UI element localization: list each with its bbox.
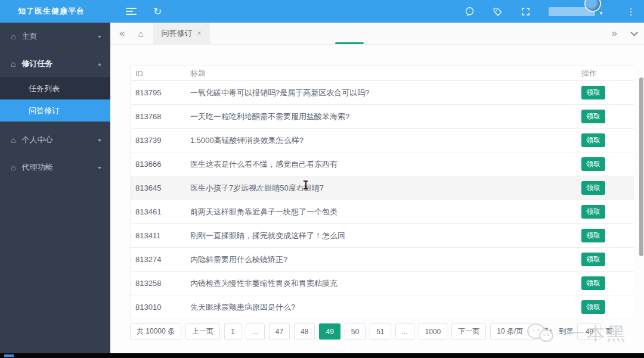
table-row: 813739 1:5000高锰酸钾消炎效果怎么样? 领取: [131, 129, 634, 152]
row-title: 内隐斜需要用什么棱镜矫正?: [190, 254, 581, 265]
sidebar-item-qa-revision[interactable]: 问答修订: [0, 99, 110, 122]
claim-button[interactable]: 领取: [581, 229, 605, 242]
row-title: 医生这表是什么看不懂，感觉自己看东西有: [190, 159, 581, 170]
row-id: 813739: [131, 136, 190, 145]
chevron-down-icon: ▼: [599, 11, 603, 16]
row-title: 内镜检查为慢性非萎缩性胃炎和胃窦粘膜充: [190, 278, 581, 289]
claim-button[interactable]: 领取: [581, 253, 605, 266]
table-row: 813768 一天吃一粒吃利培酮需不需要服用盐酸苯海索? 领取: [131, 105, 634, 129]
sidebar-item-personal-center[interactable]: ⌂ 个人中心 ▼: [0, 126, 110, 154]
row-title: 一氧化碳中毒可以报销吗?是属于高新区农合可以吗?: [190, 88, 581, 98]
tabs-menu-chevron-icon[interactable]: [630, 29, 638, 36]
video-progress-bar: [4, 354, 14, 357]
close-icon[interactable]: ×: [197, 29, 202, 38]
pagination-ellipsis: ...: [395, 323, 414, 340]
row-id: 813461: [131, 207, 190, 216]
row-title: 1:5000高锰酸钾消炎效果怎么样?: [190, 135, 581, 146]
tabs-scroll-left-icon[interactable]: «: [119, 27, 125, 39]
video-letterbox-bar: [0, 353, 644, 358]
qa-table: ID 标题 操作 813795 一氧化碳中毒可以报销吗?是属于高新区农合可以吗?…: [130, 66, 634, 319]
topbar-left: ↻: [110, 7, 162, 17]
sidebar-item-agent-functions[interactable]: ⌂ 代理功能 ▼: [0, 154, 110, 181]
topbar: ↻ ▼ ⋮: [110, 0, 644, 23]
sidebar-item-label: 主页: [21, 31, 37, 42]
tabs-scroll-right-icon[interactable]: »: [612, 27, 617, 39]
column-header-id: ID: [131, 69, 190, 78]
pagination-ellipsis: ...: [246, 323, 265, 340]
fullscreen-icon[interactable]: [521, 7, 531, 17]
collapse-sidebar-icon[interactable]: [126, 8, 137, 15]
chevron-down-icon: ▼: [97, 165, 103, 170]
tabbar: « ⌂ 问答修订 × »: [110, 23, 644, 45]
row-id: 813010: [131, 303, 190, 312]
tab-qa-revision[interactable]: 问答修订 ×: [153, 23, 210, 45]
sidebar-item-revision-tasks[interactable]: ⌂ 修订任务 ▲: [0, 50, 110, 77]
page-size-label: 10 条/页: [497, 326, 523, 337]
claim-button[interactable]: 领取: [581, 110, 605, 123]
claim-button[interactable]: 领取: [581, 300, 605, 314]
row-title: 一天吃一粒吃利培酮需不需要服用盐酸苯海索?: [190, 111, 581, 122]
sidebar-item-home[interactable]: ⌂ 主页 ▼: [0, 23, 110, 50]
more-menu-icon[interactable]: ⋮: [626, 6, 636, 17]
home-tab-icon[interactable]: ⌂: [138, 29, 143, 39]
pagination-page-active[interactable]: 49: [319, 323, 340, 340]
sidebar-item-task-list[interactable]: 任务列表: [0, 77, 110, 99]
chevron-down-icon: ▼: [97, 138, 103, 142]
claim-button[interactable]: 领取: [581, 157, 605, 171]
table-row: 813274 内隐斜需要用什么棱镜矫正? 领取: [131, 248, 634, 272]
row-title: 医生小孩子7岁远视左眼睛50度右眼睛7: [190, 183, 581, 194]
row-title: 刚刚一直揉眼睛，揉完就变成这样了！怎么回: [190, 231, 581, 241]
sidebar-item-label: 任务列表: [29, 83, 60, 94]
watermark: 一本黑: [527, 322, 627, 346]
sidebar-item-label: 个人中心: [21, 135, 52, 145]
home-icon: ⌂: [11, 32, 16, 41]
row-id: 813274: [131, 255, 190, 264]
wechat-logo-icon: [527, 322, 558, 346]
table-row: 813010 先天眼球震颤患病原因是什么? 领取: [131, 295, 634, 319]
table-header: ID 标题 操作: [131, 66, 634, 81]
pagination-next-button[interactable]: 下一页: [451, 323, 486, 340]
watermark-text: 一本黑: [566, 322, 627, 346]
row-title: 前两天这样眼角靠近鼻子一块想了一个包类: [190, 207, 581, 217]
column-header-action: 操作: [581, 68, 634, 79]
home-icon: ⌂: [11, 135, 16, 145]
tab-label: 问答修订: [162, 28, 193, 39]
home-icon: ⌂: [11, 163, 16, 172]
claim-button[interactable]: 领取: [581, 276, 605, 290]
topbar-right: ▼ ⋮: [465, 0, 644, 23]
vertical-scrollbar-thumb[interactable]: [639, 77, 643, 256]
pagination-page[interactable]: 48: [294, 323, 315, 340]
table-row: 813666 医生这表是什么看不懂，感觉自己看东西有 领取: [131, 152, 634, 176]
chevron-down-icon: ▼: [97, 34, 103, 39]
row-id: 813795: [131, 88, 190, 97]
home-icon: ⌂: [11, 59, 16, 69]
refresh-icon[interactable]: ↻: [153, 7, 162, 17]
pagination-total: 共 10000 条: [130, 323, 181, 340]
pagination-page[interactable]: 50: [345, 323, 366, 340]
sidebar-submenu: 任务列表 问答修订: [0, 77, 110, 122]
claim-button[interactable]: 领取: [581, 133, 605, 147]
progress-indicator: [335, 42, 364, 44]
pagination-page[interactable]: 1: [224, 323, 242, 340]
main-content: ID 标题 操作 813795 一氧化碳中毒可以报销吗?是属于高新区农合可以吗?…: [110, 45, 644, 353]
claim-button[interactable]: 领取: [581, 181, 605, 195]
pagination-prev-button[interactable]: 上一页: [185, 323, 220, 340]
row-id: 813258: [131, 279, 190, 288]
row-id: 813768: [131, 112, 190, 121]
pagination-page[interactable]: 1000: [419, 323, 448, 340]
column-header-title: 标题: [190, 68, 581, 79]
table-row: 813795 一氧化碳中毒可以报销吗?是属于高新区农合可以吗? 领取: [131, 81, 634, 105]
text-cursor-icon: [303, 180, 308, 189]
row-title: 先天眼球震颤患病原因是什么?: [190, 302, 581, 313]
tabbar-right: »: [612, 27, 644, 39]
message-icon[interactable]: [465, 7, 475, 17]
sidebar-item-label: 问答修订: [29, 105, 60, 116]
tag-icon[interactable]: [493, 7, 503, 17]
pagination-page[interactable]: 51: [370, 323, 391, 340]
user-account-area[interactable]: ▼: [549, 0, 608, 23]
sidebar: 知了医生健康平台 ⌂ 主页 ▼ ⌂ 修订任务 ▲ 任务列表 问答修订 ⌂ 个人中…: [0, 0, 110, 353]
sidebar-item-label: 修订任务: [21, 58, 52, 69]
pagination-page[interactable]: 47: [269, 323, 290, 340]
claim-button[interactable]: 领取: [581, 205, 605, 219]
claim-button[interactable]: 领取: [581, 86, 605, 99]
